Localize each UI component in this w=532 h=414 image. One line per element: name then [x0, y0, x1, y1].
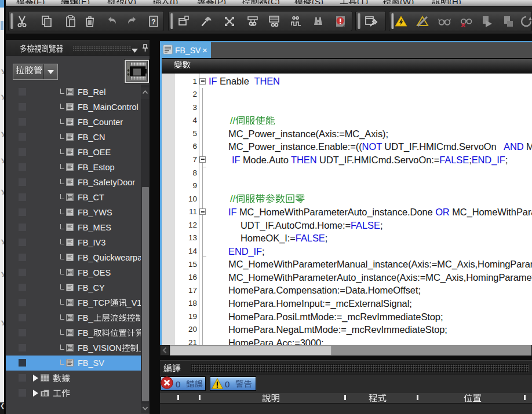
svg-text:?: ? [151, 18, 155, 26]
